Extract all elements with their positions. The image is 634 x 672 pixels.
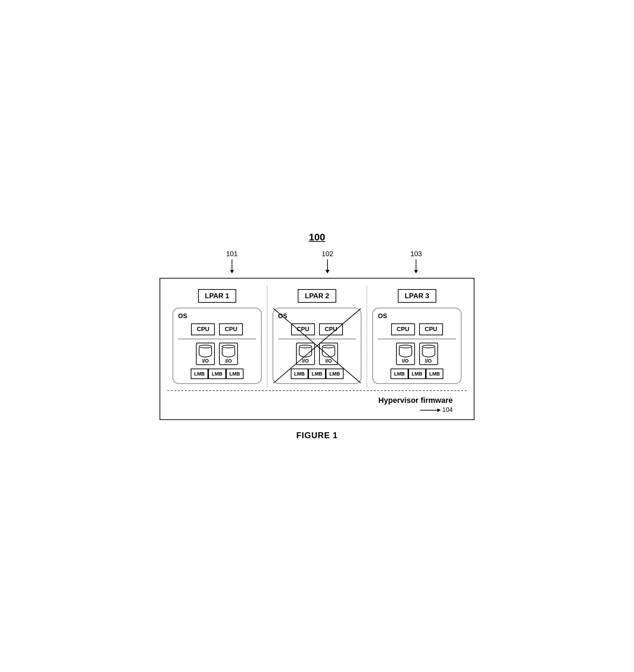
lpar1-io1: I/O — [196, 343, 215, 365]
lpar3-lmb-row: LMB LMB LMB — [378, 369, 456, 379]
lpar2-io1: I/O — [296, 343, 315, 365]
lpar1-cpu-row: CPU CPU — [178, 323, 256, 335]
lpar1-os-label: OS — [178, 313, 256, 320]
lpar1-io2-label: I/O — [225, 358, 232, 364]
arrow-line-1 — [232, 259, 232, 270]
hypervisor-text: Hypervisor firmware — [378, 396, 453, 405]
figure-caption: FIGURE 1 — [296, 430, 338, 440]
lpar3-io1-body — [399, 348, 412, 357]
lpar3-cpu1: CPU — [391, 323, 415, 335]
arrow-head-3 — [414, 270, 418, 273]
lpar2-io1-label: I/O — [302, 358, 309, 364]
arrow-lpar3: 103 — [410, 250, 422, 278]
lpar2-io1-body — [299, 348, 312, 357]
lpar2-label: LPAR 2 — [298, 289, 336, 303]
lpar2-cpu2: CPU — [319, 323, 343, 335]
lpar3-io2-top — [422, 345, 435, 348]
lpar3-io2-label: I/O — [425, 358, 432, 364]
lpar2-cpu-row: CPU CPU — [278, 323, 356, 335]
lpar1-divider — [178, 339, 256, 339]
lpar2-cpu1: CPU — [291, 323, 315, 335]
lpar3-cpu-row: CPU CPU — [378, 323, 456, 335]
lpar1-io1-label: I/O — [202, 358, 209, 364]
arrow-line-3 — [416, 259, 416, 270]
lpar3-os-label: OS — [378, 313, 456, 320]
ref-101: 101 — [226, 250, 238, 258]
ref-102: 102 — [322, 250, 333, 258]
hypervisor-arrow-svg — [420, 407, 441, 414]
lpars-row: LPAR 1 OS CPU CPU I/O — [167, 286, 467, 387]
lpar2-lmb3: LMB — [326, 369, 343, 379]
lpar3-io1: I/O — [396, 343, 415, 365]
lpar3-io2-body — [422, 348, 435, 357]
lpar1-cpu2: CPU — [219, 323, 243, 335]
main-ref-label: 100 — [309, 232, 325, 243]
hypervisor-ref-row: 104 — [420, 406, 453, 414]
lpar1-lmb2: LMB — [208, 369, 226, 379]
lpar1-label: LPAR 1 — [198, 289, 237, 303]
lpar2-lmb2: LMB — [308, 369, 326, 379]
lpar2-io2-label: I/O — [325, 358, 332, 364]
lpar2-lmb-row: LMB LMB LMB — [278, 369, 356, 379]
lpar2-os-label: OS — [278, 313, 356, 320]
lpar1-io2-body — [222, 348, 235, 357]
hypervisor-label-area: Hypervisor firmware 104 — [378, 396, 453, 414]
lpar1-cpu1: CPU — [191, 323, 215, 335]
lpar2-section: LPAR 2 OS CPU CPU I/O — [267, 286, 367, 387]
lpar2-divider — [278, 339, 356, 339]
arrow-lpar2: 102 — [322, 250, 333, 278]
arrow-head-2 — [325, 270, 330, 273]
lpar3-divider — [378, 339, 456, 339]
ref-103: 103 — [410, 250, 422, 258]
lpar2-lmb1: LMB — [291, 369, 308, 379]
lpar2-io2: I/O — [319, 343, 338, 365]
lpar2-io2-body — [322, 348, 335, 357]
lpar3-io1-top — [399, 345, 412, 348]
lpar2-io-row: I/O I/O — [278, 343, 356, 365]
lpar3-label: LPAR 3 — [398, 289, 436, 303]
lpar2-io1-top — [299, 345, 312, 348]
arrow-line-2 — [327, 259, 328, 270]
lpar1-io1-body — [199, 348, 212, 357]
lpar3-io-row: I/O I/O — [378, 343, 456, 365]
hypervisor-area: Hypervisor firmware 104 — [167, 390, 467, 416]
lpar2-os-box: OS CPU CPU I/O — [273, 308, 362, 384]
arrow-lpar1: 101 — [226, 250, 238, 278]
arrow-down-2 — [325, 259, 330, 273]
lpar3-os-box: OS CPU CPU I/O — [372, 308, 462, 384]
lpar3-lmb3: LMB — [426, 369, 443, 379]
svg-marker-3 — [437, 408, 441, 412]
diagram-area: 101 102 103 — [160, 250, 474, 420]
lpar1-io2: I/O — [219, 343, 238, 365]
lpar1-os-box: OS CPU CPU I/O — [172, 308, 262, 384]
lpar1-lmb1: LMB — [191, 369, 208, 379]
page-wrapper: 100 101 102 103 — [160, 232, 474, 440]
lpar3-io2: I/O — [419, 343, 438, 365]
top-arrows: 101 102 103 — [160, 250, 474, 278]
lpar3-io1-label: I/O — [402, 358, 409, 364]
lpar3-cpu2: CPU — [419, 323, 443, 335]
arrow-head-1 — [230, 270, 234, 273]
arrow-down-1 — [230, 259, 234, 273]
outer-box: LPAR 1 OS CPU CPU I/O — [160, 278, 474, 420]
lpar3-lmb2: LMB — [408, 369, 426, 379]
arrow-down-3 — [414, 259, 418, 273]
lpar3-section: LPAR 3 OS CPU CPU I/O — [367, 286, 467, 387]
lpar1-io-row: I/O I/O — [178, 343, 256, 365]
lpar3-lmb1: LMB — [390, 369, 408, 379]
hypervisor-ref: 104 — [442, 406, 453, 414]
lpar2-io2-top — [322, 345, 335, 348]
lpar1-lmb3: LMB — [226, 369, 244, 379]
lpar1-section: LPAR 1 OS CPU CPU I/O — [167, 286, 267, 387]
lpar1-lmb-row: LMB LMB LMB — [178, 369, 256, 379]
